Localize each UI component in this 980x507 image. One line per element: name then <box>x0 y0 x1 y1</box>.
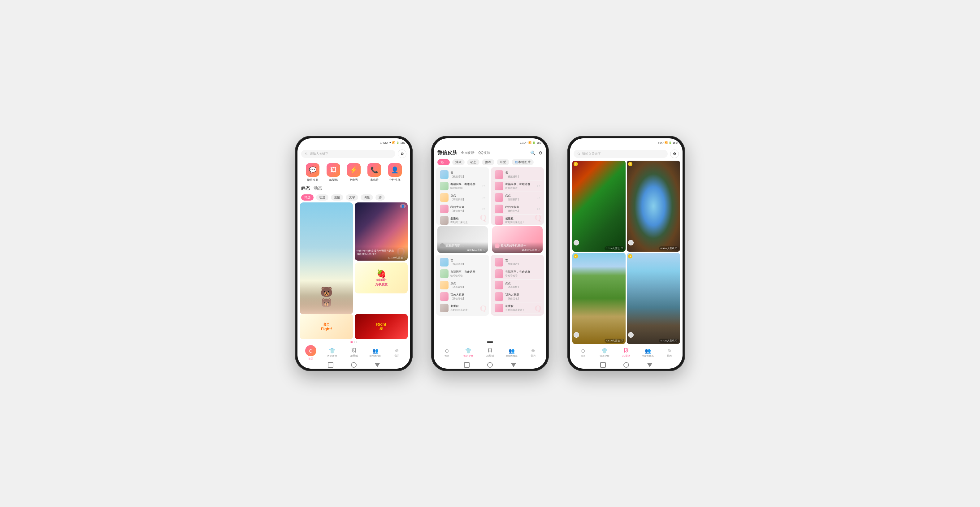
nav-mine-icon-1: ☺ <box>395 348 399 353</box>
wechat-title: 微信皮肤 <box>438 149 457 156</box>
sys-recent-1[interactable] <box>375 363 380 367</box>
status-icons-3: 4.9K↑ 📶 🔋 15:3 <box>657 141 678 144</box>
phone1: 1.49K↑ ▼ 📶 🔋 15:3 <box>295 136 413 371</box>
filter-dynamic[interactable]: 动态 <box>467 159 479 165</box>
scroll-dot-2 <box>487 342 493 343</box>
filter-hot[interactable]: 热门 <box>438 159 450 165</box>
sys-back-1[interactable] <box>328 362 333 368</box>
nav-3d-1[interactable]: 🖼 3D壁纸 <box>343 348 364 358</box>
sys-home-1[interactable] <box>351 362 356 368</box>
search-input-1[interactable]: 请输入关键字 <box>301 150 395 158</box>
settings-icon-1[interactable]: ⚙ <box>398 149 406 158</box>
nav-skin-3[interactable]: 👕 透明皮肤 <box>594 348 616 358</box>
nav-mine-3[interactable]: ☺ 我的 <box>659 348 680 358</box>
wp4-tunnel[interactable]: ★ 4.97w人喜欢 ♡ <box>627 161 680 252</box>
sys-back-3[interactable] <box>600 362 606 368</box>
filter-mingxing[interactable]: 明星 <box>361 194 373 200</box>
nav-mine-1[interactable]: ☺ 我的 <box>386 348 408 358</box>
chat-col-right: Q 雪 【视频通话】 <box>491 167 544 253</box>
nav-skin-1[interactable]: 👕 透明皮肤 <box>321 348 343 358</box>
nav-home-1[interactable]: ⊙ 首页 <box>300 345 321 360</box>
bottom-nav-2: ⊙ 首页 👕 透明皮肤 🖼 3D壁纸 👥 朋友圈模板 <box>434 344 546 361</box>
wallpaper-fight[interactable]: 努力 Fight! <box>300 314 353 339</box>
tab-static[interactable]: 静态 <box>301 186 310 191</box>
wp4-likes-4: 4.70w人喜欢 ♡ <box>659 339 679 343</box>
filter-jingxuan[interactable]: 精选 <box>301 194 313 200</box>
quick-action-avatar[interactable]: 👤 个性头像 <box>388 163 402 182</box>
wallpaper-strawberry[interactable]: 🍓 向前看~ 万事胜意 <box>355 262 408 293</box>
wallpaper-rich[interactable]: Rich! 泰 <box>355 314 408 339</box>
wallpaper-bear[interactable]: 🐻 🐻 <box>300 202 353 314</box>
search-input-3[interactable]: 请输入关键字 <box>574 150 668 158</box>
chat-list-2: Q 雪 【视频通话】 <box>434 255 546 340</box>
filter-dongman[interactable]: 动漫 <box>316 194 328 200</box>
nav-skin-2[interactable]: 👕 透明皮肤 <box>458 348 479 358</box>
skin-card-1-likes: 32.04w人喜欢 ♡ <box>440 248 485 252</box>
sys-recent-3[interactable] <box>647 363 652 367</box>
filter-tags-1: 精选 动漫 爱情 文字 明星 游 <box>298 192 410 202</box>
status-icons-2: 2.71K↑ 📶 🔋 15:3 <box>520 141 541 144</box>
search-icon-2[interactable]: 🔍 <box>530 151 536 156</box>
skin-card-1-title: 蓝独的背影..... <box>446 243 464 248</box>
tab-dynamic[interactable]: 动态 <box>313 186 322 191</box>
quick-action-call[interactable]: 📞 来电秀 <box>368 163 381 182</box>
chat-item-snow-r: 雪 【视频通话】 <box>493 169 542 180</box>
search-bar-1[interactable]: 请输入关键字 ⚙ <box>298 147 410 161</box>
search-icon-3 <box>577 152 581 156</box>
nav-mine-2[interactable]: ☺ 我的 <box>522 348 544 358</box>
quick-action-charge[interactable]: ⚡ 充电秀 <box>347 163 361 182</box>
sys-home-2[interactable] <box>487 362 493 368</box>
quick-action-wechat[interactable]: 💬 微信皮肤 <box>306 163 320 182</box>
chat-col2-right: Q 雪 【视频通话】 <box>491 255 544 340</box>
wallpaper-sunset[interactable]: Q 怀念小时候桐庑没有空调只有风扇但也很开心的日子 12.72w人喜欢 ♡ 👤 <box>355 202 408 261</box>
sys-back-2[interactable] <box>464 362 469 368</box>
chat-col2-left: Q 雪 【视频通话】 <box>436 255 489 340</box>
nav-skin-icon-3: 👕 <box>601 348 608 354</box>
nav-home-2[interactable]: ⊙ 首页 <box>436 348 458 358</box>
skin-preview-left[interactable]: Q 雪 【视频通话】 <box>436 167 489 225</box>
nav-3d-2[interactable]: 🖼 3D壁纸 <box>479 348 501 358</box>
skin-preview2-right[interactable]: Q 雪 【视频通话】 <box>491 255 544 316</box>
scroll-indicator-2 <box>434 340 546 344</box>
svg-point-2 <box>578 153 579 154</box>
wp4-nature[interactable]: ★ 5.02w人喜欢 ♡ <box>572 161 625 252</box>
filter-local[interactable]: 🖼 本地图片 <box>512 159 534 165</box>
settings-icon-2[interactable]: ⚙ <box>539 151 542 156</box>
skin-card-1[interactable]: 蓝独的背影..... 32.04w人喜欢 ♡ <box>438 226 488 253</box>
nav-moments-2[interactable]: 👥 朋友圈模板 <box>501 348 522 358</box>
wp4-sea[interactable]: ★ 4.70w人喜欢 ♡ <box>627 253 680 344</box>
filter-cute[interactable]: 可爱 <box>497 159 509 165</box>
nav-moments-3[interactable]: 👥 朋友圈模板 <box>637 348 659 358</box>
filter-recommend[interactable]: 推荐 <box>482 159 494 165</box>
skin-preview-right[interactable]: Q 雪 【视频通话】 <box>491 167 544 225</box>
wechat-tab-qq[interactable]: QQ皮肤 <box>478 151 490 155</box>
filter-wenzi[interactable]: 文字 <box>346 194 358 200</box>
nav-moments-icon-1: 👥 <box>372 348 379 354</box>
phones-container: 1.49K↑ ▼ 📶 🔋 15:3 <box>295 136 685 371</box>
filter-you[interactable]: 游 <box>375 194 385 200</box>
sys-home-3[interactable] <box>624 362 629 368</box>
nav-skin-label-3: 透明皮肤 <box>600 354 609 358</box>
filter-aiqing[interactable]: 爱情 <box>331 194 343 200</box>
nav-moments-1[interactable]: 👥 朋友圈模板 <box>364 348 386 358</box>
settings-icon-3[interactable]: ⚙ <box>670 149 679 158</box>
chat-item-dian-r: 点点 【动画表情】 2.9 <box>493 192 542 203</box>
wp4-avatar-3 <box>574 332 579 338</box>
nav-3d-icon-2: 🖼 <box>487 348 493 353</box>
filter-pop[interactable]: 爆款 <box>452 159 465 165</box>
nav-3d-3[interactable]: 🖼 3D壁纸 <box>616 348 637 358</box>
skin-card-2[interactable]: 超泡斯的手机壁纸~~ 16.56w人喜欢 ♡ <box>492 226 542 253</box>
skin-card-2-title: 超泡斯的手机壁纸~~ <box>501 243 527 248</box>
skin-preview2-left[interactable]: Q 雪 【视频通话】 <box>436 255 489 316</box>
nav-home-3[interactable]: ⊙ 首页 <box>572 348 594 358</box>
wp4-path[interactable]: ★ 4.81w人喜欢 ♡ <box>572 253 625 344</box>
sys-recent-2[interactable] <box>511 363 516 367</box>
qa-label-call: 来电秀 <box>370 178 379 182</box>
wp4-badge-3: ★ <box>574 254 578 259</box>
wechat-tab-global[interactable]: 全局皮肤 <box>461 151 474 155</box>
bottom-nav-3: ⊙ 首页 👕 透明皮肤 🖼 3D壁纸 👥 朋友圈模板 <box>570 344 682 361</box>
skin-card-2-likes: 16.56w人喜欢 ♡ <box>495 248 540 252</box>
search-bar-3[interactable]: 请输入关键字 ⚙ <box>570 147 682 161</box>
nav-moments-icon-3: 👥 <box>645 348 651 354</box>
quick-action-3d[interactable]: 🖼 3D壁纸 <box>326 163 340 182</box>
